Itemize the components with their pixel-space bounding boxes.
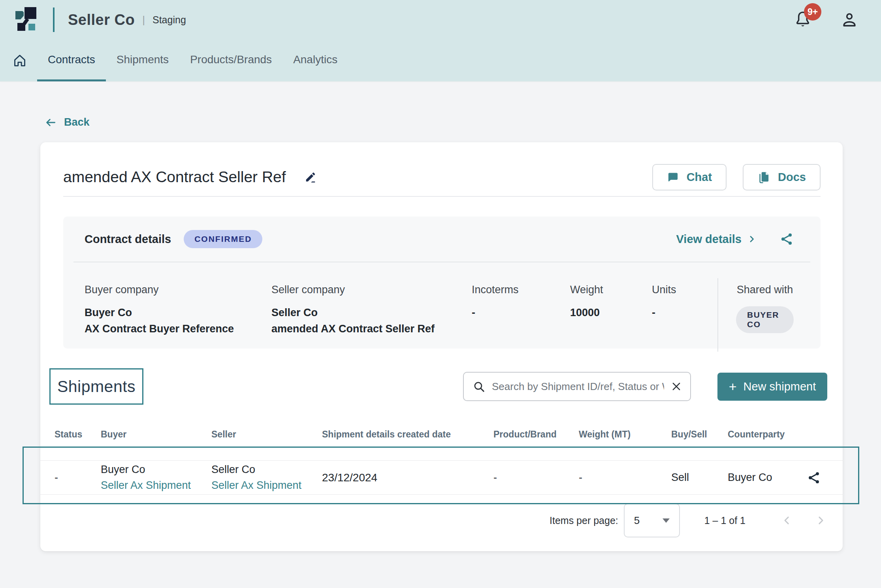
chevron-right-icon: [747, 234, 757, 245]
field-buyer-company: Buyer company Buyer Co AX Contract Buyer…: [85, 284, 271, 337]
items-per-page-select[interactable]: 5: [624, 503, 680, 537]
status-badge: CONFIRMED: [184, 230, 262, 248]
shipments-table: Status Buyer Seller Shipment details cre…: [40, 420, 843, 495]
company-logo-icon: [14, 7, 40, 32]
column-header-status: Status: [55, 429, 101, 440]
row-created-date: 23/12/2024: [322, 471, 377, 484]
logo-divider: [53, 8, 55, 32]
row-status: -: [55, 471, 101, 484]
field-seller-company: Seller company Seller Co amended AX Cont…: [271, 284, 472, 337]
new-shipment-label: New shipment: [744, 380, 816, 393]
seller-company-reference: amended AX Contract Seller Ref: [271, 321, 472, 337]
home-icon: [12, 53, 28, 68]
row-seller-name: Seller Co: [211, 464, 322, 476]
field-shared-with: Shared with BUYER CO: [718, 284, 794, 333]
contract-details-panel: Contract details CONFIRMED View details: [63, 217, 821, 349]
incoterms-label: Incoterms: [472, 284, 570, 296]
page-title: amended AX Contract Seller Ref: [63, 168, 286, 186]
caret-down-icon: [663, 518, 670, 523]
pencil-edit-icon: [303, 170, 318, 184]
home-button[interactable]: [12, 40, 28, 81]
app-header: Seller Co | Staging 9+: [0, 0, 881, 40]
tab-shipments[interactable]: Shipments: [106, 40, 179, 81]
notifications-button[interactable]: 9+: [794, 9, 812, 30]
title-divider: [63, 196, 821, 197]
row-weight: -: [579, 471, 671, 484]
row-counterparty: Buyer Co: [728, 471, 803, 484]
weight-label: Weight: [570, 284, 652, 296]
column-header-buyer: Buyer: [101, 429, 211, 440]
account-button[interactable]: [840, 10, 858, 29]
weight-value: 10000: [570, 305, 652, 321]
column-header-created-date: Shipment details created date: [322, 429, 493, 440]
chat-button-label: Chat: [687, 171, 712, 184]
environment-label: Staging: [152, 14, 186, 26]
view-details-link[interactable]: View details: [676, 233, 757, 246]
buyer-company-reference: AX Contract Buyer Reference: [85, 321, 271, 337]
share-icon: [779, 232, 794, 246]
seller-company-label: Seller company: [271, 284, 472, 296]
field-weight: Weight 10000: [570, 284, 652, 321]
buyer-company-label: Buyer company: [85, 284, 271, 296]
nav-tabs: Contracts Shipments Products/Brands Anal…: [37, 40, 348, 81]
contract-card: amended AX Contract Seller Ref Chat: [40, 142, 843, 551]
chevron-left-icon: [781, 514, 793, 526]
chevron-right-icon: [815, 514, 826, 526]
row-buyer-shipment-link[interactable]: Seller Ax Shipment: [101, 479, 211, 492]
main-nav: Contracts Shipments Products/Brands Anal…: [0, 40, 881, 81]
row-buy-sell: Sell: [671, 471, 728, 484]
shipments-heading-highlight: Shipments: [49, 368, 143, 405]
pagination-range: 1 – 1 of 1: [704, 515, 745, 526]
env-separator: |: [142, 14, 145, 26]
row-product-brand: -: [493, 471, 579, 484]
buyer-company-name: Buyer Co: [85, 305, 271, 321]
tab-products-brands[interactable]: Products/Brands: [179, 40, 282, 81]
chat-bubble-icon: [667, 171, 679, 183]
edit-title-button[interactable]: [303, 170, 318, 184]
table-pagination: Items per page: 5 1 – 1 of 1: [63, 503, 826, 537]
docs-icon: [757, 171, 770, 184]
row-seller-shipment-link[interactable]: Seller Ax Shipment: [211, 479, 322, 492]
column-header-buy-sell: Buy/Sell: [671, 429, 728, 440]
notification-count-badge: 9+: [804, 3, 821, 21]
view-details-label: View details: [676, 233, 742, 246]
tab-contracts[interactable]: Contracts: [37, 40, 106, 81]
units-value: -: [652, 305, 717, 321]
seller-company-name: Seller Co: [271, 305, 472, 321]
items-per-page-value: 5: [634, 514, 640, 527]
column-header-weight: Weight (MT): [579, 429, 671, 440]
panel-divider: [73, 262, 810, 262]
table-row[interactable]: - Buyer Co Seller Ax Shipment Seller Co …: [40, 460, 843, 495]
previous-page-button[interactable]: [781, 514, 793, 526]
back-link[interactable]: Back: [43, 116, 90, 128]
shipment-search-input[interactable]: [492, 381, 664, 393]
tab-analytics[interactable]: Analytics: [282, 40, 348, 81]
column-header-counterparty: Counterparty: [728, 429, 803, 440]
column-header-seller: Seller: [211, 429, 322, 440]
units-label: Units: [652, 284, 717, 296]
shared-with-label: Shared with: [737, 284, 793, 296]
next-page-button[interactable]: [815, 514, 826, 526]
docs-button[interactable]: Docs: [743, 164, 821, 190]
table-header-row: Status Buyer Seller Shipment details cre…: [40, 420, 843, 448]
contract-details-heading: Contract details: [85, 233, 171, 246]
plus-icon: +: [729, 380, 737, 393]
app-name: Seller Co: [68, 11, 135, 28]
docs-button-label: Docs: [778, 171, 806, 184]
search-icon: [473, 380, 486, 393]
arrow-left-icon: [43, 117, 58, 128]
back-label: Back: [64, 116, 90, 128]
share-icon: [807, 471, 821, 485]
column-header-product-brand: Product/Brand: [493, 429, 579, 440]
chat-button[interactable]: Chat: [652, 164, 727, 190]
clear-search-button[interactable]: [670, 381, 682, 392]
shipments-heading: Shipments: [57, 377, 136, 396]
new-shipment-button[interactable]: + New shipment: [717, 373, 827, 401]
row-buyer-name: Buyer Co: [101, 464, 211, 476]
shipment-search-box: [463, 372, 691, 401]
close-icon: [670, 381, 682, 392]
share-shipment-button[interactable]: [807, 471, 821, 485]
share-contract-button[interactable]: [779, 232, 794, 246]
items-per-page-label: Items per page:: [550, 515, 618, 526]
person-icon: [840, 10, 858, 29]
